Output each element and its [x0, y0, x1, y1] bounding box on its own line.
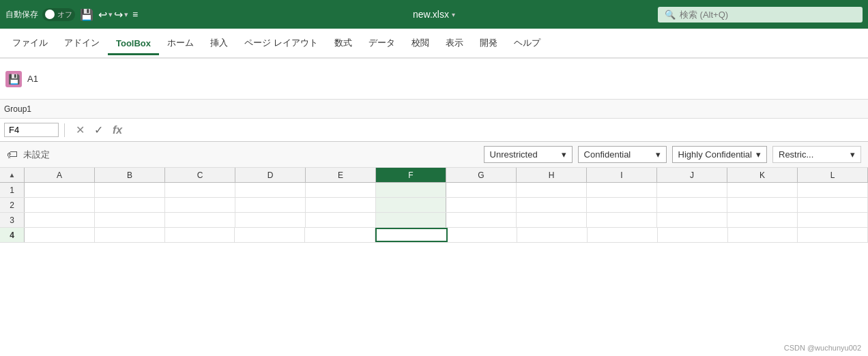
cell-c4[interactable]: [165, 228, 235, 242]
group-label: Group1: [4, 104, 31, 114]
menu-home[interactable]: ホーム: [159, 31, 202, 55]
table-row: 1: [0, 183, 868, 198]
col-header-j[interactable]: J: [657, 168, 727, 182]
cell-h1[interactable]: [517, 183, 587, 197]
toggle-dot: [45, 10, 55, 19]
col-header-e[interactable]: E: [306, 168, 376, 182]
sensitivity-dropdown-restricted[interactable]: Restric... ▾: [772, 146, 861, 163]
redo-icon[interactable]: ↪: [114, 8, 123, 21]
cell-f4-selected[interactable]: [375, 228, 448, 242]
filename-dropdown[interactable]: ▾: [452, 11, 455, 18]
autosave-toggle[interactable]: オフ: [42, 8, 75, 21]
table-row: 2: [0, 198, 868, 213]
ribbon-save-icon[interactable]: 💾: [5, 71, 22, 87]
cell-a3[interactable]: [25, 213, 95, 227]
unrestricted-arrow: ▾: [562, 149, 566, 160]
sensitivity-dropdown-unrestricted[interactable]: Unrestricted ▾: [484, 146, 573, 163]
cell-g1[interactable]: [446, 183, 517, 197]
menu-data[interactable]: データ: [360, 31, 403, 55]
col-header-i[interactable]: I: [587, 168, 657, 182]
col-header-h[interactable]: H: [517, 168, 587, 182]
menu-page-layout[interactable]: ページ レイアウト: [236, 31, 326, 55]
formula-cancel-btn[interactable]: ✕: [73, 123, 87, 136]
sensitivity-dropdown-highly-confidential[interactable]: Highly Confidential ▾: [672, 146, 767, 163]
cell-g2[interactable]: [446, 198, 517, 212]
col-header-c[interactable]: C: [165, 168, 235, 182]
row-number-4: 4: [0, 228, 25, 242]
col-header-l[interactable]: L: [798, 168, 868, 182]
cell-h4[interactable]: [517, 228, 588, 242]
cell-c2[interactable]: [165, 198, 235, 212]
cell-reference-box[interactable]: [4, 123, 59, 137]
menu-file[interactable]: ファイル: [4, 31, 56, 55]
cell-l1[interactable]: [798, 183, 868, 197]
col-header-a[interactable]: A: [25, 168, 95, 182]
restricted-arrow: ▾: [850, 149, 855, 160]
confidential-label: Confidential: [584, 149, 631, 160]
cell-a1[interactable]: [25, 183, 95, 197]
sensitivity-dropdown-confidential[interactable]: Confidential ▾: [578, 146, 667, 163]
title-bar: 自動保存 オフ 💾 ↩ ▾ ↪ ▾ ≡ new.xlsx ▾ 🔍: [0, 0, 868, 29]
cell-d1[interactable]: [235, 183, 306, 197]
search-input[interactable]: [680, 10, 837, 20]
formula-input[interactable]: [128, 125, 864, 135]
cell-h3[interactable]: [517, 213, 587, 227]
search-box: 🔍: [658, 7, 863, 23]
cell-b3[interactable]: [95, 213, 165, 227]
cell-e3[interactable]: [306, 213, 376, 227]
menu-develop[interactable]: 開発: [472, 31, 506, 55]
cell-f3[interactable]: [376, 213, 446, 227]
title-bar-left: 自動保存 オフ 💾 ↩ ▾ ↪ ▾ ≡: [5, 7, 431, 22]
cell-k2[interactable]: [727, 198, 798, 212]
cell-e4[interactable]: [305, 228, 375, 242]
cell-c3[interactable]: [165, 213, 235, 227]
col-header-b[interactable]: B: [95, 168, 165, 182]
col-header-d[interactable]: D: [235, 168, 306, 182]
cell-k1[interactable]: [727, 183, 798, 197]
menu-review[interactable]: 校閲: [403, 31, 437, 55]
cell-f2[interactable]: [376, 198, 446, 212]
cell-e1[interactable]: [306, 183, 376, 197]
cell-g3[interactable]: [446, 213, 517, 227]
table-row: 4: [0, 228, 868, 243]
cell-b2[interactable]: [95, 198, 165, 212]
cell-f1[interactable]: [376, 183, 446, 197]
cell-j4[interactable]: [658, 228, 728, 242]
cell-b1[interactable]: [95, 183, 165, 197]
cell-j2[interactable]: [657, 198, 727, 212]
cell-i1[interactable]: [587, 183, 657, 197]
cell-g4[interactable]: [448, 228, 518, 242]
cell-i3[interactable]: [587, 213, 657, 227]
cell-l3[interactable]: [798, 213, 868, 227]
cell-k3[interactable]: [727, 213, 798, 227]
col-header-k[interactable]: K: [727, 168, 798, 182]
cell-i2[interactable]: [587, 198, 657, 212]
cell-j1[interactable]: [657, 183, 727, 197]
cell-d4[interactable]: [235, 228, 305, 242]
menu-toolbox[interactable]: ToolBox: [108, 33, 159, 54]
menu-insert[interactable]: 挿入: [202, 31, 236, 55]
cell-h2[interactable]: [517, 198, 587, 212]
cell-l2[interactable]: [798, 198, 868, 212]
menu-addin[interactable]: アドイン: [56, 31, 108, 55]
undo-icon[interactable]: ↩: [98, 8, 107, 21]
menu-help[interactable]: ヘルプ: [506, 31, 549, 55]
cell-a4[interactable]: [25, 228, 95, 242]
cell-d2[interactable]: [235, 198, 306, 212]
cell-e2[interactable]: [306, 198, 376, 212]
menu-formula[interactable]: 数式: [326, 31, 360, 55]
cell-j3[interactable]: [657, 213, 727, 227]
formula-confirm-btn[interactable]: ✓: [91, 123, 106, 136]
col-header-f[interactable]: F: [376, 168, 446, 182]
cell-k4[interactable]: [728, 228, 798, 242]
menu-view[interactable]: 表示: [437, 31, 472, 55]
cell-b4[interactable]: [95, 228, 165, 242]
cell-i4[interactable]: [588, 228, 658, 242]
cell-d3[interactable]: [235, 213, 306, 227]
col-header-g[interactable]: G: [446, 168, 517, 182]
formula-fx-btn[interactable]: fx: [110, 124, 125, 136]
cell-c1[interactable]: [165, 183, 235, 197]
cell-l4[interactable]: [798, 228, 868, 242]
cell-a2[interactable]: [25, 198, 95, 212]
save-icon[interactable]: 💾: [79, 7, 94, 22]
